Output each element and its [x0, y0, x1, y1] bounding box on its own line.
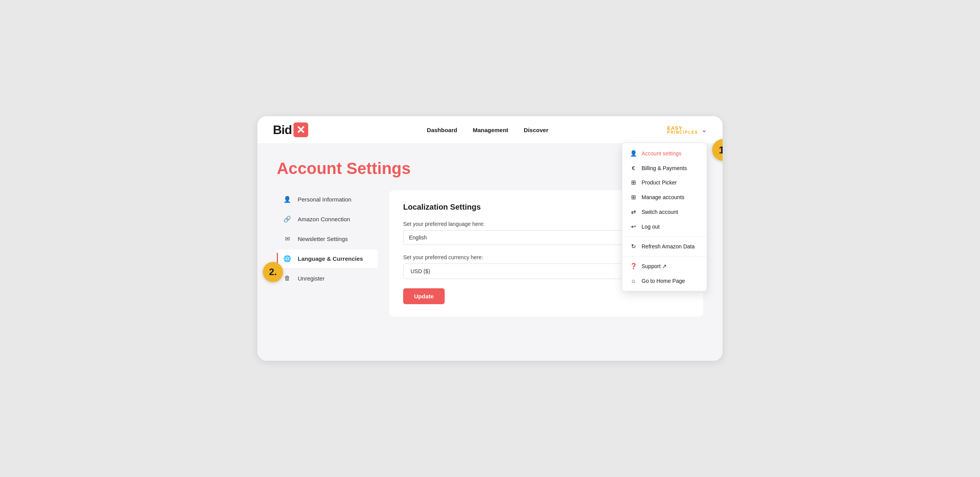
- nav-dashboard[interactable]: Dashboard: [427, 127, 457, 133]
- euro-icon: €: [630, 165, 637, 171]
- grid-icon: ⊞: [630, 179, 637, 186]
- dropdown-item-account-settings[interactable]: 👤 Account settings: [622, 146, 707, 161]
- person-icon: 👤: [283, 196, 292, 203]
- link-icon: 🔗: [283, 215, 292, 223]
- dropdown-label-switch-account: Switch account: [642, 209, 678, 215]
- easy-label: EASY: [667, 126, 698, 131]
- logo[interactable]: Bid ✕: [273, 122, 308, 137]
- sidebar-label-unregister: Unregister: [298, 275, 324, 282]
- dropdown-label-refresh-amazon: Refresh Amazon Data: [642, 243, 695, 250]
- sidebar-item-newsletter[interactable]: ✉ Newsletter Settings: [277, 230, 378, 248]
- dropdown-label-logout: Log out: [642, 224, 660, 230]
- refresh-icon: ↻: [630, 243, 637, 250]
- dropdown-item-refresh-amazon[interactable]: ↻ Refresh Amazon Data: [622, 239, 707, 254]
- sidebar-item-personal-info[interactable]: 👤 Personal Information: [277, 190, 378, 208]
- dropdown-label-billing: Billing & Payments: [642, 165, 687, 171]
- dropdown-label-support: Support ↗: [642, 263, 667, 269]
- accounts-icon: ⊞: [630, 194, 637, 201]
- dropdown-label-manage-accounts: Manage accounts: [642, 194, 685, 200]
- nav-management[interactable]: Management: [473, 127, 508, 133]
- support-icon: ❓: [630, 263, 637, 270]
- update-button[interactable]: Update: [403, 288, 445, 304]
- dropdown-item-home-page[interactable]: ⌂ Go to Home Page: [622, 274, 707, 288]
- sidebar-item-unregister[interactable]: 🗑 Unregister: [277, 269, 378, 287]
- account-dropdown: 1. 👤 Account settings € Billing & Paymen…: [622, 143, 707, 291]
- sidebar-label-newsletter: Newsletter Settings: [298, 236, 348, 242]
- logout-icon: ↩: [630, 223, 637, 230]
- dropdown-divider-1: [622, 236, 707, 237]
- dropdown-item-support[interactable]: ❓ Support ↗: [622, 259, 707, 274]
- sidebar-label-personal-info: Personal Information: [298, 196, 351, 203]
- header: Bid ✕ Dashboard Management Discover EASY…: [257, 116, 723, 144]
- sidebar-label-language-currencies: Language & Currencies: [298, 255, 363, 262]
- user-icon: 👤: [630, 150, 637, 157]
- sidebar-item-language-currencies[interactable]: 🌐 Language & Currencies: [277, 250, 378, 268]
- account-menu-trigger[interactable]: EASY PRINCIPLES ⌄: [667, 126, 707, 134]
- sidebar-label-amazon-connection: Amazon Connection: [298, 216, 350, 222]
- dropdown-item-logout[interactable]: ↩ Log out: [622, 219, 707, 234]
- account-brand: EASY PRINCIPLES: [667, 126, 698, 134]
- dropdown-label-account-settings: Account settings: [642, 150, 682, 157]
- logo-bid-text: Bid: [273, 123, 292, 137]
- dropdown-label-product-picker: Product Picker: [642, 179, 677, 186]
- nav-discover[interactable]: Discover: [524, 127, 548, 133]
- logo-x-icon: ✕: [293, 122, 308, 137]
- envelope-icon: ✉: [283, 235, 292, 243]
- chevron-down-icon: ⌄: [701, 126, 707, 134]
- dropdown-divider-2: [622, 256, 707, 257]
- main-nav: Dashboard Management Discover: [427, 127, 548, 133]
- dropdown-item-product-picker[interactable]: ⊞ Product Picker: [622, 175, 707, 190]
- dropdown-label-home-page: Go to Home Page: [642, 278, 685, 284]
- dropdown-item-billing[interactable]: € Billing & Payments: [622, 161, 707, 175]
- trash-icon: 🗑: [283, 275, 292, 282]
- switch-icon: ⇄: [630, 208, 637, 215]
- globe-icon: 🌐: [283, 255, 292, 262]
- sidebar-item-amazon-connection[interactable]: 🔗 Amazon Connection: [277, 210, 378, 228]
- dropdown-item-switch-account[interactable]: ⇄ Switch account: [622, 205, 707, 219]
- sidebar: 2. 👤 Personal Information 🔗 Amazon Conne…: [277, 190, 378, 317]
- home-icon: ⌂: [630, 277, 637, 284]
- app-container: Bid ✕ Dashboard Management Discover EASY…: [257, 116, 723, 361]
- dropdown-item-manage-accounts[interactable]: ⊞ Manage accounts: [622, 190, 707, 205]
- annotation-bubble-2: 2.: [263, 262, 283, 282]
- principles-label: PRINCIPLES: [667, 131, 698, 134]
